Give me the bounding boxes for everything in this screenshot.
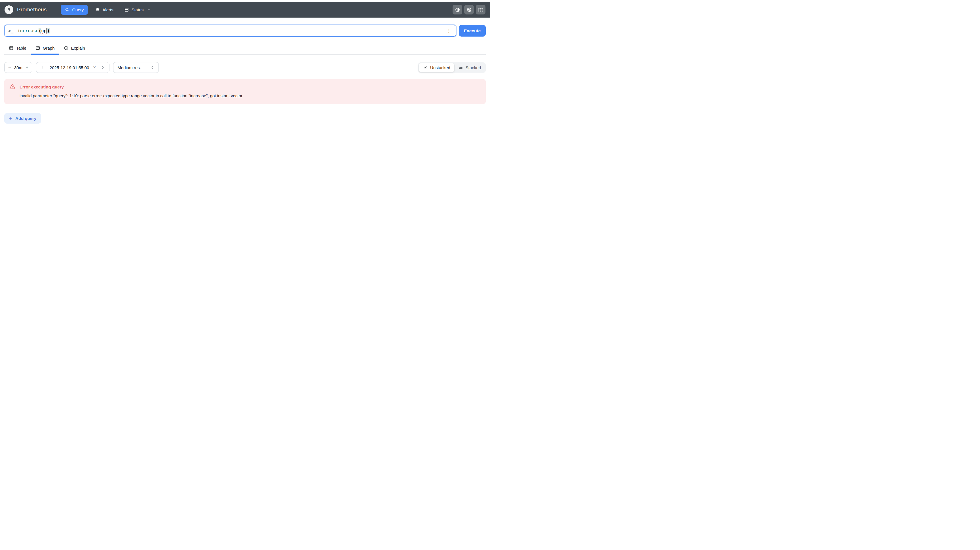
docs-button[interactable] xyxy=(476,5,485,14)
nav-alerts-label: Alerts xyxy=(102,7,113,12)
time-back-button[interactable] xyxy=(37,62,48,73)
range-value[interactable]: 30m xyxy=(14,65,22,70)
navbar-icon-buttons xyxy=(453,5,485,14)
error-alert-message: invalid parameter "query": 1:10: parse e… xyxy=(19,93,480,98)
main-nav: Query Alerts Status xyxy=(61,5,154,15)
area-chart-icon xyxy=(458,65,463,70)
chevron-down-icon xyxy=(147,8,151,12)
prometheus-logo xyxy=(5,5,13,14)
plus-icon: + xyxy=(9,116,12,121)
gear-icon xyxy=(466,7,472,13)
error-alert: Error executing query invalid parameter … xyxy=(4,79,486,104)
graph-toolbar: − 30m + 2025-12-19 01:55:00 × Medium res… xyxy=(4,62,486,73)
unstacked-label: Unstacked xyxy=(430,65,450,70)
main-content: >_ increase(up) ⋮ Execute Table xyxy=(0,25,490,124)
datetime-picker: 2025-12-19 01:55:00 × xyxy=(36,62,110,73)
terminal-prompt-icon: >_ xyxy=(8,28,13,33)
stacked-label: Stacked xyxy=(466,65,481,70)
nav-alerts-button[interactable]: Alerts xyxy=(92,5,116,15)
error-alert-header: Error executing query xyxy=(10,84,480,90)
query-options-menu-button[interactable]: ⋮ xyxy=(445,28,452,34)
warning-triangle-icon xyxy=(10,84,15,90)
range-increase-button[interactable]: + xyxy=(22,62,32,73)
nav-query-label: Query xyxy=(72,7,84,12)
tab-graph[interactable]: Graph xyxy=(31,43,59,55)
view-tabs: Table Graph Explain xyxy=(4,43,486,55)
datetime-clear-button[interactable]: × xyxy=(91,62,98,73)
promql-error-span: (up xyxy=(38,29,46,33)
tab-explain-label: Explain xyxy=(71,46,85,51)
resolution-select[interactable]: Medium res. xyxy=(113,62,159,73)
promql-function-token: increase xyxy=(17,29,38,33)
error-alert-title: Error executing query xyxy=(19,84,64,89)
query-expression-text: increase(up) xyxy=(17,28,49,33)
tab-table-label: Table xyxy=(16,46,26,51)
query-row: >_ increase(up) ⋮ Execute xyxy=(4,25,486,37)
theme-toggle-button[interactable] xyxy=(453,5,462,14)
navbar: Prometheus Query Alerts xyxy=(0,2,490,17)
add-query-button[interactable]: + Add query xyxy=(4,113,41,124)
promql-open-paren: ( xyxy=(38,29,41,33)
book-icon xyxy=(478,7,484,13)
add-query-label: Add query xyxy=(15,116,36,121)
execute-button[interactable]: Execute xyxy=(459,25,486,37)
graph-icon xyxy=(35,46,40,51)
table-icon xyxy=(9,46,14,51)
tab-table[interactable]: Table xyxy=(4,43,31,55)
line-chart-icon xyxy=(423,65,428,70)
app-title: Prometheus xyxy=(17,6,46,13)
resolution-value: Medium res. xyxy=(118,65,141,70)
range-decrease-button[interactable]: − xyxy=(5,62,14,73)
promql-arg-token: up xyxy=(41,29,46,33)
nav-status-button[interactable]: Status xyxy=(121,5,154,15)
select-chevrons-icon xyxy=(150,65,154,70)
promql-close-paren: ) xyxy=(47,29,49,33)
range-selector: − 30m + xyxy=(4,62,32,73)
database-icon xyxy=(124,7,129,12)
unstacked-option[interactable]: Unstacked xyxy=(419,63,454,72)
tab-explain[interactable]: Explain xyxy=(59,43,90,55)
nav-query-button[interactable]: Query xyxy=(61,5,88,15)
stacked-option[interactable]: Stacked xyxy=(454,63,485,72)
search-icon xyxy=(65,7,70,12)
query-expression-input[interactable]: >_ increase(up) ⋮ xyxy=(4,25,456,37)
tab-graph-label: Graph xyxy=(43,46,55,51)
stacking-toggle: Unstacked Stacked xyxy=(418,62,486,73)
time-forward-button[interactable] xyxy=(98,62,108,73)
contrast-icon xyxy=(455,7,460,13)
info-icon xyxy=(64,46,68,51)
datetime-value[interactable]: 2025-12-19 01:55:00 xyxy=(49,65,89,70)
settings-button[interactable] xyxy=(464,5,474,14)
bell-icon xyxy=(95,7,100,12)
prometheus-torch-icon xyxy=(6,7,12,13)
nav-status-label: Status xyxy=(132,7,144,12)
